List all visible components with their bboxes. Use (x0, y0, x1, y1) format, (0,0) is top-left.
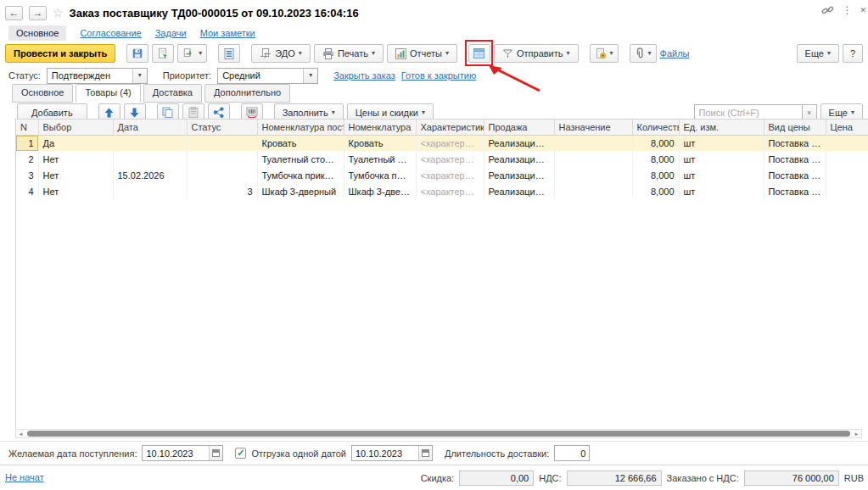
tab-goods[interactable]: Товары (4) (76, 84, 140, 103)
calendar-button[interactable] (209, 446, 222, 460)
calendar-button[interactable] (418, 446, 432, 460)
cell[interactable]: Туалетный столик (257, 151, 344, 167)
send-button[interactable]: Отправить▾ (494, 44, 579, 63)
cell[interactable]: Поставка мебели (764, 151, 826, 167)
ship-date-input[interactable] (352, 446, 418, 460)
cell[interactable]: Поставка мебели (764, 135, 826, 151)
cell[interactable]: Реализация товар… (484, 167, 554, 183)
cell[interactable]: Кровать (257, 135, 344, 151)
table-row[interactable]: 3 Нет 15.02.2026 Тумбочка прикроватная Т… (16, 167, 868, 183)
tab-additional[interactable]: Дополнительно (204, 84, 290, 103)
cell[interactable] (554, 151, 632, 167)
cell[interactable] (554, 167, 632, 183)
horizontal-scrollbar[interactable]: ◂ ▸ (15, 429, 862, 438)
forward-button[interactable]: → (29, 6, 47, 20)
cell[interactable] (113, 135, 187, 151)
cell[interactable]: 3 (187, 183, 257, 199)
column-header[interactable]: Продажа (484, 120, 554, 135)
cell[interactable] (826, 167, 868, 183)
cell[interactable]: Тумбочка прикроватная (257, 167, 344, 183)
state-link[interactable]: Не начат (5, 472, 44, 482)
cell[interactable] (826, 183, 868, 199)
cell[interactable]: 3 (16, 167, 38, 183)
cell[interactable]: 8,000 (632, 167, 679, 183)
cell[interactable] (826, 135, 868, 151)
table-row[interactable]: 1 Да Кровать Кровать <характеристики… Ре… (16, 135, 868, 151)
table-row[interactable]: 4 Нет 3 Шкаф 3-дверный Шкаф 3-дверный <х… (16, 183, 868, 199)
cell[interactable]: 15.02.2026 (113, 167, 187, 183)
cell[interactable]: Туалетный столик (344, 151, 416, 167)
cell[interactable] (554, 135, 632, 151)
cell[interactable]: Шкаф 3-дверный (257, 183, 344, 199)
cell[interactable] (554, 183, 632, 199)
cell[interactable]: шт (679, 151, 764, 167)
create-file-button[interactable]: ▾ (590, 44, 619, 63)
attach-button[interactable]: ▾ (630, 44, 657, 63)
cell[interactable]: <характеристики… (416, 135, 484, 151)
column-header[interactable]: Номенклатура (344, 120, 416, 135)
nav-tab-tasks[interactable]: Задачи (155, 28, 187, 38)
cell[interactable]: 2 (16, 151, 38, 167)
create-based-on-button[interactable]: ▾ (177, 44, 207, 63)
cell[interactable]: шт (679, 167, 764, 183)
cell[interactable]: 4 (16, 183, 38, 199)
close-order-link[interactable]: Закрыть заказ (333, 70, 395, 81)
get-link-icon[interactable] (821, 5, 834, 16)
nav-tab-approval[interactable]: Согласование (80, 28, 141, 38)
back-button[interactable]: ← (5, 6, 23, 20)
table-view-button[interactable] (468, 44, 490, 63)
column-header[interactable]: Количество (632, 120, 679, 135)
cell[interactable]: Реализация товар… (484, 135, 554, 151)
tab-delivery[interactable]: Доставка (143, 84, 202, 103)
column-header[interactable]: Назначение (554, 120, 632, 135)
scroll-left-icon[interactable]: ◂ (16, 430, 25, 437)
print-button[interactable]: Печать▾ (314, 44, 384, 63)
scroll-right-icon[interactable]: ▸ (852, 430, 861, 437)
favorite-star-icon[interactable]: ☆ (53, 6, 64, 19)
column-header[interactable]: Цена (826, 120, 868, 135)
cell[interactable] (187, 135, 257, 151)
close-icon[interactable]: ✕ (860, 6, 866, 14)
reports-button[interactable]: Отчеты▾ (387, 44, 457, 63)
cell[interactable]: Поставка мебели (764, 167, 826, 183)
cell[interactable] (113, 151, 187, 167)
column-header[interactable]: Ед. изм. (679, 120, 764, 135)
cell[interactable]: Тумбочка прикро… (344, 167, 416, 183)
cell[interactable]: 8,000 (632, 183, 679, 199)
cell[interactable]: <характеристики… (416, 167, 484, 183)
files-link[interactable]: Файлы (660, 48, 690, 58)
cell[interactable]: шт (679, 183, 764, 199)
cell[interactable]: шт (679, 135, 764, 151)
column-header[interactable]: N (16, 120, 38, 135)
cell[interactable]: Да (38, 135, 113, 151)
cell[interactable]: Реализация товар… (484, 183, 554, 199)
cell[interactable]: <характеристики… (416, 183, 484, 199)
cell[interactable]: 8,000 (632, 135, 679, 151)
post-and-close-button[interactable]: Провести и закрыть (5, 44, 115, 63)
table-row[interactable]: 2 Нет Туалетный столик Туалетный столик … (16, 151, 868, 167)
cell[interactable]: Нет (38, 167, 113, 183)
cell[interactable]: Кровать (344, 135, 416, 151)
edo-button[interactable]: ЭДО▾ (251, 44, 311, 63)
save-button[interactable] (126, 44, 148, 63)
help-button[interactable]: ? (843, 44, 863, 63)
single-date-checkbox[interactable]: ✓ (235, 448, 246, 459)
cell[interactable] (187, 151, 257, 167)
cell[interactable]: <характеристики… (416, 151, 484, 167)
cell[interactable] (113, 183, 187, 199)
cell[interactable]: Нет (38, 151, 113, 167)
cell[interactable]: 1 (16, 135, 38, 151)
scrollbar-thumb[interactable] (27, 431, 850, 437)
desired-date-input[interactable] (143, 446, 209, 460)
more-button[interactable]: Еще▾ (797, 44, 839, 63)
cell[interactable]: Шкаф 3-дверный (344, 183, 416, 199)
post-document-button[interactable] (152, 44, 174, 63)
cell[interactable] (187, 167, 257, 183)
duration-input[interactable] (554, 445, 590, 461)
column-header[interactable]: Статус (187, 120, 257, 135)
cell[interactable]: Нет (38, 183, 113, 199)
column-header[interactable]: Характеристика (416, 120, 484, 135)
ready-to-close-link[interactable]: Готов к закрытию (401, 70, 476, 81)
column-header[interactable]: Вид цены (764, 120, 826, 135)
tab-main[interactable]: Основное (12, 84, 73, 103)
